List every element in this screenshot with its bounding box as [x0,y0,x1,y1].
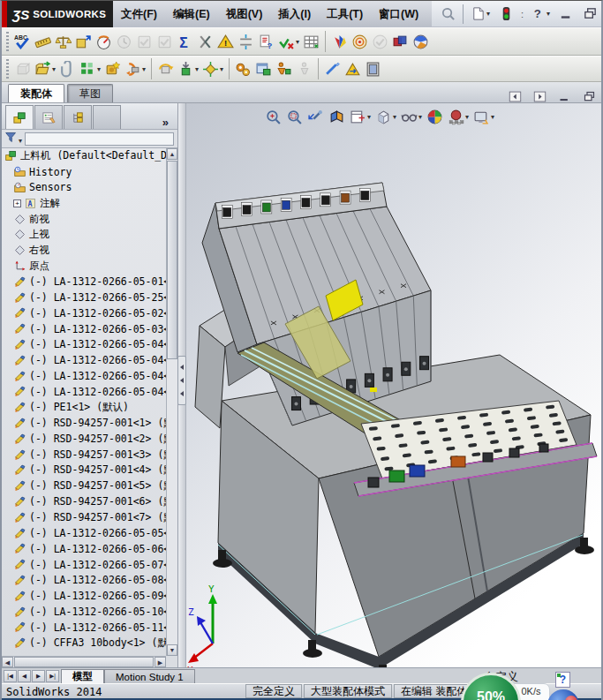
tree-item-0[interactable]: 上料机 (Default<Default_Di [2,148,167,164]
standard-toolbar-grip[interactable] [6,32,9,51]
tree-item-23[interactable]: (-) RSD-94257-001<7> (默 [2,509,167,525]
propertymanager-tab[interactable] [34,105,63,129]
render-tools-button[interactable] [411,30,431,53]
scroll-left-button[interactable]: ◀ [2,657,13,667]
tree-item-15[interactable]: (-) LA-1312-0266-05-04< [2,384,167,400]
tree-item-17[interactable]: (-) RSD-94257-001<1> (默 [2,416,167,432]
mate-button[interactable] [57,57,78,80]
new-document-button[interactable] [469,3,492,26]
tab-motion-study[interactable]: Motion Study 1 [104,669,195,683]
horizontal-scroll-thumb[interactable] [14,657,154,667]
tree-item-29[interactable]: (-) LA-1312-0266-05-10< [2,604,167,620]
assembly-settings-button[interactable] [233,57,253,80]
tree-item-10[interactable]: (-) LA-1312-0266-05-02< [2,305,167,321]
tree-horizontal-scrollbar[interactable]: ◀ ▶ [2,656,166,667]
edit-material-button[interactable] [390,30,411,53]
mirror-components-button[interactable] [274,57,294,80]
tree-item-27[interactable]: (-) LA-1312-0266-05-08< [2,573,167,589]
menu-item-4[interactable]: 工具(T) [319,7,371,22]
tab-nav-0[interactable]: |◀ [4,670,17,682]
tree-item-5[interactable]: 上视 [2,227,167,243]
tree-item-3[interactable]: +A注解 [2,195,167,211]
tree-item-21[interactable]: (-) RSD-94257-001<5> (默 [2,478,167,494]
tab-nav-3[interactable]: ▶| [46,670,59,682]
tree-item-8[interactable]: (-) LA-1312-0266-05-01< [2,274,167,290]
align-button[interactable] [236,30,256,53]
measure-button[interactable] [33,30,53,53]
edit-appearance-tool-button[interactable] [329,30,350,53]
tree-item-31[interactable]: (-) CFFA3 10body<1> (默 [2,636,167,651]
assembly-xpert-button[interactable]: ! [215,30,236,53]
tab-model[interactable]: 模型 [61,669,104,683]
panel-splitter[interactable] [178,103,186,667]
search-button[interactable] [439,3,457,26]
equations-button[interactable]: Σ [175,30,195,53]
tree-item-28[interactable]: (-) LA-1312-0266-05-09< [2,588,167,604]
verification-button[interactable] [276,30,301,53]
menu-item-1[interactable]: 编辑(E) [165,7,218,22]
filter-funnel-icon[interactable] [4,131,18,147]
performance-evaluation-button[interactable] [94,30,114,53]
insert-component-from-file-button[interactable] [33,57,57,80]
configurationmanager-tab[interactable] [64,105,92,129]
smart-fasteners-button[interactable] [102,57,123,80]
tree-item-30[interactable]: (-) LA-1312-0266-05-11< [2,620,167,636]
external-references-button[interactable] [343,57,363,80]
tree-item-6[interactable]: 右视 [2,243,167,259]
menu-item-5[interactable]: 窗口(W) [371,7,426,22]
move-with-triad-button[interactable] [176,57,200,80]
move-component-button[interactable] [123,57,147,80]
compare-documents-button[interactable]: ? [256,30,276,53]
tree-item-7[interactable]: 原点 [2,259,167,275]
tree-expander[interactable]: + [13,199,21,207]
overlay-help-button[interactable]: ? [555,672,570,688]
options-toggle-button[interactable] [497,3,516,26]
tree-item-12[interactable]: (-) LA-1312-0266-05-04< [2,337,167,353]
linear-component-pattern-button[interactable] [78,57,102,80]
design-table-button[interactable] [301,30,321,53]
menu-item-0[interactable]: 文件(F) [113,7,165,22]
tab-assembly[interactable]: 装配体 [8,84,64,102]
interference-detection-button[interactable] [195,30,215,53]
filter-dropdown-arrow[interactable] [18,131,22,147]
assembly-toolbar-grip[interactable] [6,59,9,79]
rotate-component-button[interactable] [155,57,176,80]
tree-item-13[interactable]: (-) LA-1312-0266-05-04< [2,352,167,368]
help-button[interactable]: ? [529,3,552,26]
scroll-up-button[interactable]: ▲ [167,148,177,160]
tree-vertical-scrollbar[interactable]: ▲ ▼ [166,148,177,656]
tree-item-2[interactable]: Sensors [2,180,167,196]
tree-item-26[interactable]: (-) LA-1312-0266-05-07< [2,557,167,573]
tree-item-18[interactable]: (-) RSD-94257-001<2> (默 [2,431,167,447]
tree-item-14[interactable]: (-) LA-1312-0266-05-04< [2,368,167,384]
vertical-scroll-thumb[interactable] [167,161,177,359]
splitter-collapse-handle[interactable] [177,356,186,405]
scroll-down-button[interactable]: ▼ [167,644,177,656]
tree-item-24[interactable]: (-) LA-1312-0266-05-05< [2,525,167,541]
3d-model[interactable]: X Y Z [186,103,601,667]
exploded-view-button[interactable] [200,57,225,80]
new-motion-study-button[interactable] [363,57,383,80]
minimize-window-button[interactable] [557,3,576,26]
tree-item-4[interactable]: 前视 [2,211,167,227]
scroll-right-button[interactable]: ▶ [155,657,166,667]
tree-item-20[interactable]: (-) RSD-94257-001<4> (默 [2,463,167,478]
tree-item-25[interactable]: (-) LA-1312-0266-05-06< [2,541,167,557]
featuremanager-tab[interactable] [5,105,34,129]
tree-item-22[interactable]: (-) RSD-94257-001<6> (默 [2,494,167,510]
realview-button[interactable] [350,30,370,53]
tab-sketch[interactable]: 草图 [67,84,113,102]
tree-item-11[interactable]: (-) LA-1312-0266-05-03< [2,321,167,337]
restore-window-button[interactable] [581,3,599,26]
section-properties-button[interactable] [73,30,94,53]
panel-tab-overflow[interactable]: » [155,116,176,129]
assembly-features-button[interactable] [253,57,274,80]
spell-check-button[interactable]: ABC [12,30,33,53]
tab-nav-1[interactable]: ◀ [18,670,31,682]
graphics-viewport[interactable]: X Y Z [186,103,601,667]
menu-item-2[interactable]: 视图(V) [218,7,271,22]
tree-item-1[interactable]: History [2,164,167,180]
tree-filter-input[interactable] [25,132,174,146]
belt-chain-button[interactable] [322,57,343,80]
displaymanager-tab[interactable] [93,105,121,129]
